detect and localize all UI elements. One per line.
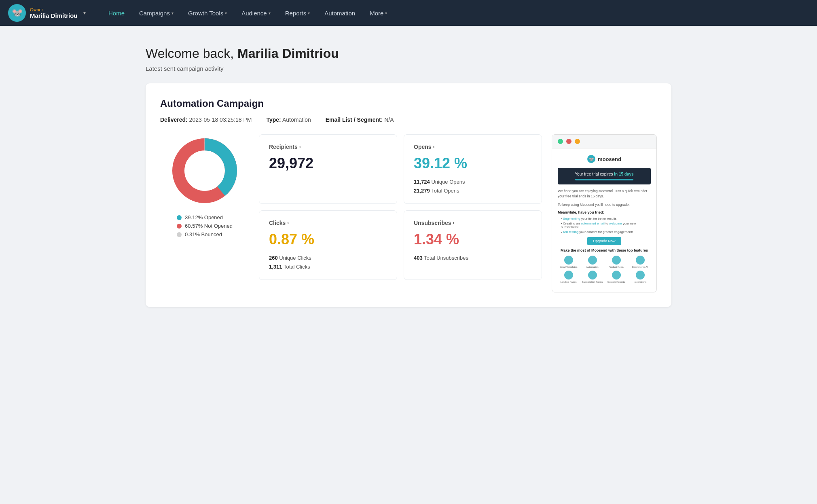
stats-grid: Recipients › 29,972 Opens › 39.12 % 11,7… <box>259 134 542 280</box>
unsubscribes-label: Unsubscribes <box>414 220 451 226</box>
preview-icon-ecommerce: Ecommerce AI <box>629 256 651 268</box>
welcome-username: Marilia Dimitriou <box>237 46 339 61</box>
unsubscribes-total-count: 403 <box>414 255 423 261</box>
email-list-meta: Email List / Segment: N/A <box>326 116 394 123</box>
navbar: 🐭 Owner Marilia Dimitriou ▾ Home Campaig… <box>0 0 817 26</box>
nav-link-home[interactable]: Home <box>101 0 132 26</box>
legend-dot-bounced <box>177 232 182 237</box>
legend-label-not-opened: 60.57% Not Opened <box>185 223 233 229</box>
nav-link-growth-tools[interactable]: Growth Tools ▾ <box>181 0 234 26</box>
stat-card-recipients: Recipients › 29,972 <box>259 134 397 204</box>
nav-user-info: Owner Marilia Dimitriou <box>30 7 78 19</box>
clicks-total-count: 1,311 <box>269 264 282 270</box>
recipients-header[interactable]: Recipients › <box>269 144 387 150</box>
opens-sub: 11,724 Unique Opens 21,279 Total Opens <box>414 178 532 195</box>
more-chevron: ▾ <box>385 11 387 15</box>
preview-features-text: Make the most of Moosend with these top … <box>558 248 651 252</box>
nav-link-campaigns[interactable]: Campaigns ▾ <box>132 0 181 26</box>
preview-icons-grid: Email Templates Automation Product Recs. <box>558 256 651 283</box>
opens-total-label: Total Opens <box>431 188 459 194</box>
delivered-meta: Delivered: 2023-05-18 03:25:18 PM <box>160 116 252 123</box>
opens-total-count: 21,279 <box>414 188 430 194</box>
preview-icon-subscription: Subscription Forms <box>582 271 603 283</box>
legend-dot-opened <box>177 215 182 220</box>
preview-body-text-2: To keep using Moosend you'll need to upg… <box>558 202 651 208</box>
clicks-unique-count: 260 <box>269 255 278 261</box>
delivered-label: Delivered: <box>160 116 188 123</box>
legend-item-opened: 39.12% Opened <box>177 214 233 220</box>
audience-chevron: ▾ <box>269 11 271 15</box>
recommendations-label: Product Recs. <box>609 266 624 268</box>
preview-logo-icon: 🐭 <box>587 155 595 163</box>
recommendations-icon <box>612 256 621 265</box>
email-preview-body[interactable]: 🐭 moosend Your free trial expires in 15 … <box>552 148 656 292</box>
nav-link-reports[interactable]: Reports ▾ <box>278 0 317 26</box>
opens-unique-count: 11,724 <box>414 179 430 185</box>
clicks-header[interactable]: Clicks › <box>269 220 387 226</box>
email-list-label: Email List / Segment: <box>326 116 383 123</box>
automation-icon <box>588 256 597 265</box>
integrations-label: Integrations <box>634 281 646 283</box>
recipients-label: Recipients <box>269 144 298 150</box>
preview-bullet-2: • Creating an automated email to welcome… <box>558 222 651 229</box>
ecommerce-icon <box>636 256 645 265</box>
custom-reports-label: Custom Reports <box>607 281 625 283</box>
preview-logo-text: moosend <box>598 156 621 162</box>
landing-pages-label: Landing Pages <box>560 281 576 283</box>
type-meta: Type: Automation <box>266 116 311 123</box>
page-subtitle: Latest sent campaign activity <box>146 65 671 72</box>
nav-link-automation[interactable]: Automation <box>317 0 362 26</box>
user-dropdown-arrow[interactable]: ▾ <box>83 10 86 16</box>
preview-icon-automation: Automation <box>582 256 603 268</box>
clicks-number: 0.87 % <box>269 231 387 248</box>
unsubscribes-sub: 403 Total Unsubscribes <box>414 254 532 263</box>
clicks-sub: 260 Unique Clicks 1,311 Total Clicks <box>269 254 387 271</box>
subscription-label: Subscription Forms <box>582 281 603 283</box>
unsubscribes-number: 1.34 % <box>414 231 532 248</box>
nav-link-more[interactable]: More ▾ <box>362 0 394 26</box>
campaign-card: Automation Campaign Delivered: 2023-05-1… <box>146 83 671 307</box>
legend-item-bounced: 0.31% Bounced <box>177 231 233 237</box>
unsubscribes-header[interactable]: Unsubscribes › <box>414 220 532 226</box>
type-label: Type: <box>266 116 281 123</box>
traffic-dot-yellow <box>575 139 580 144</box>
preview-upgrade-btn[interactable]: Upgrade Now <box>587 237 621 245</box>
preview-icon-recommendations: Product Recs. <box>605 256 627 268</box>
landing-pages-icon <box>564 271 573 280</box>
preview-banner-text: Your free trial expires <box>575 172 613 176</box>
preview-logo-row: 🐭 moosend <box>558 155 651 163</box>
preview-section-title: Meanwhile, have you tried: <box>558 210 651 214</box>
opens-arrow: › <box>433 144 435 150</box>
stat-card-clicks: Clicks › 0.87 % 260 Unique Clicks 1,311 … <box>259 210 397 280</box>
integrations-icon <box>636 271 645 280</box>
campaign-title: Automation Campaign <box>160 98 657 109</box>
welcome-heading: Welcome back, Marilia Dimitriou <box>146 46 671 61</box>
email-preview: 🐭 moosend Your free trial expires in 15 … <box>552 134 657 292</box>
legend-item-not-opened: 60.57% Not Opened <box>177 223 233 229</box>
donut-chart <box>168 134 241 207</box>
legend: 39.12% Opened 60.57% Not Opened 0.31% Bo… <box>177 214 233 240</box>
preview-progress-bar <box>575 179 633 180</box>
traffic-dot-red <box>566 139 571 144</box>
svg-point-3 <box>185 151 224 190</box>
clicks-label: Clicks <box>269 220 286 226</box>
nav-links: Home Campaigns ▾ Growth Tools ▾ Audience… <box>101 0 809 26</box>
campaigns-chevron: ▾ <box>171 11 174 15</box>
main-content: Welcome back, Marilia Dimitriou Latest s… <box>129 26 688 323</box>
type-value: Automation <box>282 116 311 123</box>
email-templates-label: Email Templates <box>560 266 578 268</box>
preview-icon-integrations: Integrations <box>629 271 651 283</box>
opens-header[interactable]: Opens › <box>414 144 532 150</box>
nav-username: Marilia Dimitriou <box>30 12 78 19</box>
preview-body-text-1: We hope you are enjoying Moosend. Just a… <box>558 188 651 199</box>
nav-link-audience[interactable]: Audience ▾ <box>234 0 278 26</box>
donut-section: 39.12% Opened 60.57% Not Opened 0.31% Bo… <box>160 134 249 240</box>
legend-label-bounced: 0.31% Bounced <box>185 231 222 237</box>
opens-label: Opens <box>414 144 432 150</box>
preview-bullet-3: • A/B testing your content for greater e… <box>558 230 651 234</box>
clicks-arrow: › <box>287 220 289 226</box>
email-templates-icon <box>564 256 573 265</box>
email-preview-titlebar <box>552 135 656 148</box>
email-list-value: N/A <box>384 116 394 123</box>
nav-brand: 🐭 Owner Marilia Dimitriou ▾ <box>8 4 89 22</box>
